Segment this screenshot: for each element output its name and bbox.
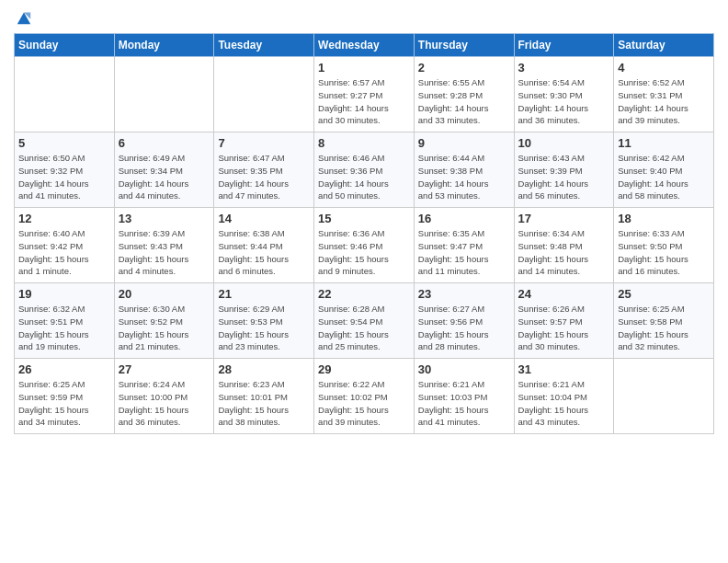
day-number: 14 xyxy=(218,212,310,225)
calendar-cell xyxy=(114,57,214,132)
col-header-tuesday: Tuesday xyxy=(214,34,314,57)
day-info: Sunrise: 6:43 AM Sunset: 9:39 PM Dayligh… xyxy=(518,152,610,202)
day-number: 2 xyxy=(418,61,510,75)
calendar-cell: 17Sunrise: 6:34 AM Sunset: 9:48 PM Dayli… xyxy=(514,208,614,283)
day-number: 28 xyxy=(218,362,310,376)
calendar-cell: 8Sunrise: 6:46 AM Sunset: 9:36 PM Daylig… xyxy=(314,132,415,208)
day-number: 21 xyxy=(218,287,310,301)
calendar-week-4: 19Sunrise: 6:32 AM Sunset: 9:51 PM Dayli… xyxy=(15,283,714,359)
calendar-cell: 30Sunrise: 6:21 AM Sunset: 10:03 PM Dayl… xyxy=(414,359,514,434)
day-number: 24 xyxy=(518,287,610,301)
calendar-cell: 19Sunrise: 6:32 AM Sunset: 9:51 PM Dayli… xyxy=(15,283,115,359)
day-number: 13 xyxy=(119,212,210,225)
day-info: Sunrise: 6:47 AM Sunset: 9:35 PM Dayligh… xyxy=(218,152,310,202)
day-info: Sunrise: 6:25 AM Sunset: 9:59 PM Dayligh… xyxy=(18,378,110,429)
day-number: 18 xyxy=(618,212,710,225)
day-number: 3 xyxy=(518,61,610,75)
calendar-cell: 31Sunrise: 6:21 AM Sunset: 10:04 PM Dayl… xyxy=(514,359,614,434)
calendar-cell: 2Sunrise: 6:55 AM Sunset: 9:28 PM Daylig… xyxy=(414,57,514,132)
calendar-cell: 1Sunrise: 6:57 AM Sunset: 9:27 PM Daylig… xyxy=(314,57,415,132)
col-header-thursday: Thursday xyxy=(414,34,514,57)
calendar-cell xyxy=(614,359,714,434)
calendar-cell: 5Sunrise: 6:50 AM Sunset: 9:32 PM Daylig… xyxy=(15,132,115,208)
calendar-cell: 22Sunrise: 6:28 AM Sunset: 9:54 PM Dayli… xyxy=(314,283,415,359)
calendar-cell: 12Sunrise: 6:40 AM Sunset: 9:42 PM Dayli… xyxy=(15,208,115,283)
calendar-table: SundayMondayTuesdayWednesdayThursdayFrid… xyxy=(14,33,714,434)
day-number: 16 xyxy=(418,212,510,225)
day-info: Sunrise: 6:26 AM Sunset: 9:57 PM Dayligh… xyxy=(518,303,610,353)
day-info: Sunrise: 6:46 AM Sunset: 9:36 PM Dayligh… xyxy=(318,152,410,202)
header xyxy=(14,9,714,26)
calendar-cell: 13Sunrise: 6:39 AM Sunset: 9:43 PM Dayli… xyxy=(114,208,214,283)
day-info: Sunrise: 6:27 AM Sunset: 9:56 PM Dayligh… xyxy=(418,303,510,353)
calendar-header-row: SundayMondayTuesdayWednesdayThursdayFrid… xyxy=(15,34,714,57)
day-number: 12 xyxy=(18,212,110,225)
day-info: Sunrise: 6:55 AM Sunset: 9:28 PM Dayligh… xyxy=(418,76,510,127)
calendar-cell: 25Sunrise: 6:25 AM Sunset: 9:58 PM Dayli… xyxy=(614,283,714,359)
day-info: Sunrise: 6:21 AM Sunset: 10:03 PM Daylig… xyxy=(418,378,510,429)
day-number: 22 xyxy=(318,287,410,301)
calendar-week-1: 1Sunrise: 6:57 AM Sunset: 9:27 PM Daylig… xyxy=(15,57,714,132)
day-number: 30 xyxy=(418,362,510,376)
day-number: 5 xyxy=(18,136,110,150)
calendar-cell: 28Sunrise: 6:23 AM Sunset: 10:01 PM Dayl… xyxy=(214,359,314,434)
day-number: 9 xyxy=(418,136,510,150)
day-number: 23 xyxy=(418,287,510,301)
calendar-cell: 3Sunrise: 6:54 AM Sunset: 9:30 PM Daylig… xyxy=(514,57,614,132)
col-header-friday: Friday xyxy=(514,34,614,57)
calendar-cell xyxy=(214,57,314,132)
day-info: Sunrise: 6:50 AM Sunset: 9:32 PM Dayligh… xyxy=(18,152,110,202)
day-info: Sunrise: 6:24 AM Sunset: 10:00 PM Daylig… xyxy=(119,378,210,429)
day-number: 1 xyxy=(318,61,410,75)
day-number: 20 xyxy=(119,287,210,301)
day-number: 11 xyxy=(618,136,710,150)
calendar-week-3: 12Sunrise: 6:40 AM Sunset: 9:42 PM Dayli… xyxy=(15,208,714,283)
day-number: 4 xyxy=(618,61,710,75)
day-info: Sunrise: 6:40 AM Sunset: 9:42 PM Dayligh… xyxy=(18,227,110,278)
day-number: 27 xyxy=(119,362,210,376)
day-number: 29 xyxy=(318,362,410,376)
day-info: Sunrise: 6:29 AM Sunset: 9:53 PM Dayligh… xyxy=(218,303,310,353)
day-info: Sunrise: 6:25 AM Sunset: 9:58 PM Dayligh… xyxy=(618,303,710,353)
day-info: Sunrise: 6:39 AM Sunset: 9:43 PM Dayligh… xyxy=(119,227,210,278)
calendar-cell: 23Sunrise: 6:27 AM Sunset: 9:56 PM Dayli… xyxy=(414,283,514,359)
calendar-cell: 10Sunrise: 6:43 AM Sunset: 9:39 PM Dayli… xyxy=(514,132,614,208)
calendar-cell: 16Sunrise: 6:35 AM Sunset: 9:47 PM Dayli… xyxy=(414,208,514,283)
day-number: 15 xyxy=(318,212,410,225)
calendar-cell: 29Sunrise: 6:22 AM Sunset: 10:02 PM Dayl… xyxy=(314,359,415,434)
day-number: 26 xyxy=(18,362,110,376)
day-info: Sunrise: 6:34 AM Sunset: 9:48 PM Dayligh… xyxy=(518,227,610,278)
day-info: Sunrise: 6:49 AM Sunset: 9:34 PM Dayligh… xyxy=(119,152,210,202)
day-info: Sunrise: 6:35 AM Sunset: 9:47 PM Dayligh… xyxy=(418,227,510,278)
logo xyxy=(14,9,32,26)
day-number: 19 xyxy=(18,287,110,301)
calendar-cell: 11Sunrise: 6:42 AM Sunset: 9:40 PM Dayli… xyxy=(614,132,714,208)
day-number: 7 xyxy=(218,136,310,150)
day-number: 25 xyxy=(618,287,710,301)
calendar-cell xyxy=(15,57,115,132)
day-info: Sunrise: 6:30 AM Sunset: 9:52 PM Dayligh… xyxy=(119,303,210,353)
day-info: Sunrise: 6:42 AM Sunset: 9:40 PM Dayligh… xyxy=(618,152,710,202)
day-info: Sunrise: 6:38 AM Sunset: 9:44 PM Dayligh… xyxy=(218,227,310,278)
calendar-cell: 14Sunrise: 6:38 AM Sunset: 9:44 PM Dayli… xyxy=(214,208,314,283)
logo-icon xyxy=(16,9,32,26)
calendar-cell: 7Sunrise: 6:47 AM Sunset: 9:35 PM Daylig… xyxy=(214,132,314,208)
calendar-cell: 21Sunrise: 6:29 AM Sunset: 9:53 PM Dayli… xyxy=(214,283,314,359)
day-info: Sunrise: 6:22 AM Sunset: 10:02 PM Daylig… xyxy=(318,378,410,429)
day-number: 6 xyxy=(119,136,210,150)
calendar-cell: 4Sunrise: 6:52 AM Sunset: 9:31 PM Daylig… xyxy=(614,57,714,132)
day-info: Sunrise: 6:57 AM Sunset: 9:27 PM Dayligh… xyxy=(318,76,410,127)
day-number: 10 xyxy=(518,136,610,150)
day-number: 31 xyxy=(518,362,610,376)
page: SundayMondayTuesdayWednesdayThursdayFrid… xyxy=(0,0,728,563)
calendar-cell: 26Sunrise: 6:25 AM Sunset: 9:59 PM Dayli… xyxy=(15,359,115,434)
calendar-week-5: 26Sunrise: 6:25 AM Sunset: 9:59 PM Dayli… xyxy=(15,359,714,434)
col-header-monday: Monday xyxy=(114,34,214,57)
col-header-wednesday: Wednesday xyxy=(314,34,415,57)
calendar-cell: 15Sunrise: 6:36 AM Sunset: 9:46 PM Dayli… xyxy=(314,208,415,283)
col-header-sunday: Sunday xyxy=(15,34,115,57)
day-info: Sunrise: 6:23 AM Sunset: 10:01 PM Daylig… xyxy=(218,378,310,429)
day-number: 8 xyxy=(318,136,410,150)
calendar-cell: 18Sunrise: 6:33 AM Sunset: 9:50 PM Dayli… xyxy=(614,208,714,283)
calendar-cell: 24Sunrise: 6:26 AM Sunset: 9:57 PM Dayli… xyxy=(514,283,614,359)
